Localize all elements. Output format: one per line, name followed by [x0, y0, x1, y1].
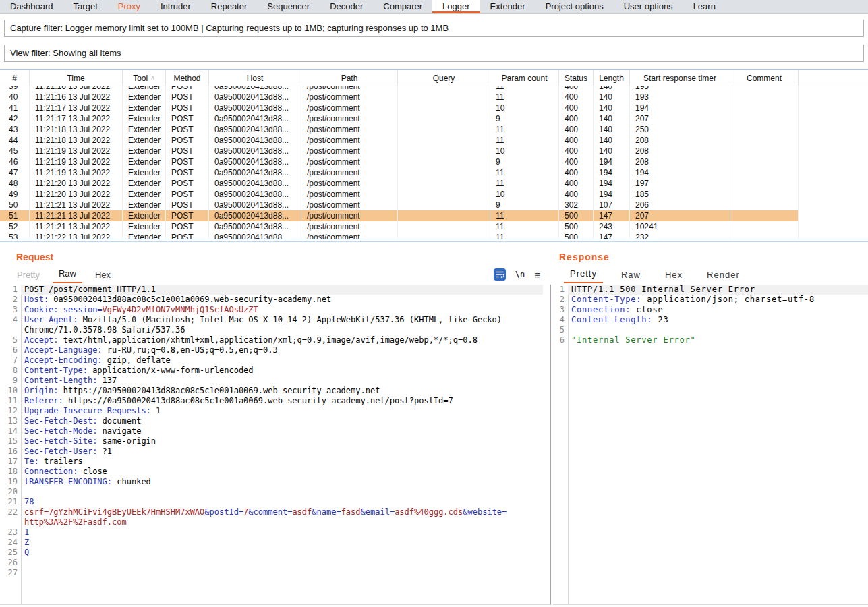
menu-tab-logger[interactable]: Logger	[432, 0, 480, 13]
table-row[interactable]: 4311:21:18 13 Jul 2022ExtenderPOST0a9500…	[0, 124, 868, 135]
column-header-param-count[interactable]: Param count	[490, 70, 559, 86]
code-line[interactable]: Referer: https://0a9500020413d88ac08c5c1…	[21, 396, 543, 406]
editor-line: 1POST /post/comment HTTP/1.1	[0, 285, 543, 295]
code-line[interactable]: Upgrade-Insecure-Requests: 1	[21, 406, 543, 416]
table-row[interactable]: 5211:21:21 13 Jul 2022ExtenderPOST0a9500…	[0, 221, 868, 232]
code-line[interactable]: Z	[21, 538, 543, 548]
code-line[interactable]: Sec-Fetch-User: ?1	[21, 446, 543, 457]
code-line[interactable]: Accept: text/html,application/xhtml+xml,…	[21, 335, 543, 345]
code-line[interactable]: Content-Length: 23	[568, 315, 868, 325]
code-line[interactable]: Origin: https://0a9500020413d88ac08c5c1e…	[21, 386, 543, 396]
cell-status: 500	[559, 210, 594, 221]
menu-tab-repeater[interactable]: Repeater	[201, 0, 257, 13]
code-line[interactable]	[21, 568, 543, 578]
code-line[interactable]: Content-Type: application/json; charset=…	[568, 295, 868, 305]
menu-tab-dashboard[interactable]: Dashboard	[0, 0, 63, 13]
table-row[interactable]: 5311:21:22 13 Jul 2022ExtenderPOST0a9500…	[0, 232, 868, 239]
code-line[interactable]: Sec-Fetch-Site: same-origin	[21, 436, 543, 446]
table-row[interactable]: 4511:21:19 13 Jul 2022ExtenderPOST0a9500…	[0, 146, 868, 156]
menu-tab-decoder[interactable]: Decoder	[320, 0, 373, 13]
code-line[interactable]: User-Agent: Mozilla/5.0 (Macintosh; Inte…	[21, 315, 543, 325]
code-line[interactable]: Q	[21, 548, 543, 558]
capture-filter-bar[interactable]: Capture filter: Logger memory limit set …	[4, 20, 864, 37]
menu-tab-extender[interactable]: Extender	[480, 0, 536, 13]
table-row[interactable]: 4611:21:19 13 Jul 2022ExtenderPOST0a9500…	[0, 156, 868, 167]
cell-method: POST	[166, 167, 209, 178]
column-header-start-response-timer[interactable]: Start response timer	[630, 70, 730, 86]
code-line[interactable]: Chrome/71.0.3578.98 Safari/537.36	[21, 325, 543, 335]
response-tab-raw[interactable]: Raw	[615, 270, 647, 283]
editor-menu-icon[interactable]: ≡	[534, 269, 540, 281]
view-filter-bar[interactable]: View filter: Showing all items	[4, 45, 864, 62]
code-line[interactable]	[21, 487, 543, 497]
code-line[interactable]: Accept-Encoding: gzip, deflate	[21, 355, 543, 366]
request-tab-raw[interactable]: Raw	[53, 268, 82, 283]
table-row[interactable]: 4911:21:20 13 Jul 2022ExtenderPOST0a9500…	[0, 189, 868, 200]
code-line[interactable]: Host: 0a9500020413d88ac08c5c1e001a0069.w…	[21, 295, 543, 305]
code-line[interactable]	[568, 325, 868, 335]
menu-tab-proxy[interactable]: Proxy	[108, 0, 150, 13]
line-number: 16	[0, 446, 21, 457]
table-row[interactable]: 4411:21:18 13 Jul 2022ExtenderPOST0a9500…	[0, 135, 868, 146]
table-row[interactable]: 4811:21:20 13 Jul 2022ExtenderPOST0a9500…	[0, 178, 868, 189]
response-editor[interactable]: 1HTTP/1.1 500 Internal Server Error2Cont…	[553, 285, 868, 605]
newline-characters-icon[interactable]: \n	[515, 270, 525, 279]
editor-line: 6Accept-Language: ru-RU,ru;q=0.8,en-US;q…	[0, 345, 543, 355]
code-line[interactable]: Content-Length: 137	[21, 376, 543, 386]
request-editor[interactable]: 1POST /post/comment HTTP/1.12Host: 0a950…	[0, 285, 551, 605]
code-line[interactable]: "Internal Server Error"	[568, 335, 868, 345]
table-row[interactable]: 5011:21:21 13 Jul 2022ExtenderPOST0a9500…	[0, 200, 868, 210]
line-number: 6	[553, 335, 568, 345]
column-header-spacer[interactable]	[799, 70, 868, 86]
code-line[interactable]: Cookie: session=VgFWy4D2vMfON7vMNMhjQ1Sc…	[21, 305, 543, 315]
code-line[interactable]: POST /post/comment HTTP/1.1	[21, 285, 543, 295]
table-row[interactable]: 4711:21:19 13 Jul 2022ExtenderPOST0a9500…	[0, 167, 868, 178]
table-row[interactable]: 5111:21:21 13 Jul 2022ExtenderPOST0a9500…	[0, 210, 868, 221]
code-line[interactable]: Sec-Fetch-Mode: navigate	[21, 426, 543, 436]
code-line[interactable]: Te: trailers	[21, 457, 543, 467]
code-line[interactable]: Content-Type: application/x-www-form-url…	[21, 366, 543, 376]
cell-param-count: 11	[490, 167, 559, 178]
menu-tab-user-options[interactable]: User options	[614, 0, 683, 13]
table-row[interactable]: 4211:21:17 13 Jul 2022ExtenderPOST0a9500…	[0, 113, 868, 124]
response-tab-hex[interactable]: Hex	[659, 270, 689, 283]
column-header-path[interactable]: Path	[301, 70, 398, 86]
code-line[interactable]: 78	[21, 497, 543, 507]
request-tab-hex[interactable]: Hex	[89, 270, 117, 283]
column-header-status[interactable]: Status	[559, 70, 594, 86]
column-header-host[interactable]: Host	[209, 70, 301, 86]
code-line[interactable]: tRANSFER-ENCODING: chunked	[21, 477, 543, 487]
response-tab-render[interactable]: Render	[701, 270, 746, 283]
column-header-#[interactable]: #	[0, 70, 30, 86]
line-number: 27	[0, 568, 21, 578]
cell-path: /post/comment	[301, 146, 398, 156]
response-tab-pretty[interactable]: Pretty	[564, 268, 603, 283]
code-line[interactable]	[21, 558, 543, 568]
menu-tab-project-options[interactable]: Project options	[536, 0, 614, 13]
request-tab-pretty[interactable]: Pretty	[11, 270, 46, 283]
column-header-length[interactable]: Length	[594, 70, 630, 86]
column-header-time[interactable]: Time	[30, 70, 123, 86]
wrap-lines-icon[interactable]	[494, 268, 506, 281]
column-header-tool[interactable]: Tool∧	[123, 70, 166, 86]
column-header-method[interactable]: Method	[166, 70, 209, 86]
code-line[interactable]: http%3A%2F%2Fasdf.com	[21, 517, 543, 527]
code-line[interactable]: Connection: close	[568, 305, 868, 315]
code-line[interactable]: Connection: close	[21, 467, 543, 477]
menu-tab-comparer[interactable]: Comparer	[373, 0, 432, 13]
column-header-query[interactable]: Query	[398, 70, 490, 86]
menu-tab-intruder[interactable]: Intruder	[150, 0, 201, 13]
table-row[interactable]: 4111:21:17 13 Jul 2022ExtenderPOST0a9500…	[0, 103, 868, 113]
column-header-comment[interactable]: Comment	[730, 70, 799, 86]
menu-tab-learn[interactable]: Learn	[683, 0, 726, 13]
code-line[interactable]: Accept-Language: ru-RU,ru;q=0.8,en-US;q=…	[21, 345, 543, 355]
code-line[interactable]: 1	[21, 527, 543, 538]
code-line[interactable]: HTTP/1.1 500 Internal Server Error	[568, 285, 868, 295]
menu-tab-target[interactable]: Target	[63, 0, 108, 13]
code-line[interactable]: Sec-Fetch-Dest: document	[21, 416, 543, 426]
table-row[interactable]: 3911:21:16 13 Jul 2022ExtenderPOST0a9500…	[0, 86, 868, 92]
menu-tab-sequencer[interactable]: Sequencer	[257, 0, 320, 13]
table-row[interactable]: 4011:21:16 13 Jul 2022ExtenderPOST0a9500…	[0, 92, 868, 103]
code-line[interactable]: csrf=7gYzhMCiFvi4gBEyUEEk7HmHSHM7xWAO&po…	[21, 507, 543, 517]
cell-query	[398, 146, 490, 156]
